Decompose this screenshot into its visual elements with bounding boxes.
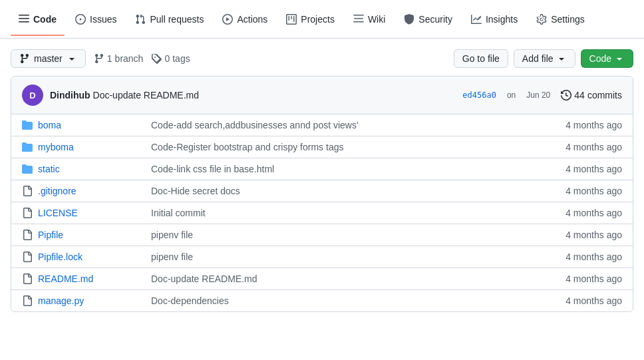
table-row: Pipfilepipenv file4 months ago (11, 224, 633, 246)
file-commit-message: pipenv file (143, 252, 560, 262)
add-file-chevron-icon (556, 53, 567, 64)
file-name[interactable]: Pipfile.lock (38, 252, 138, 262)
table-row: mybomaCode-Register bootstrap and crispy… (11, 136, 633, 158)
toolbar: master 1 branch 0 tags Go to file Add fi… (0, 39, 644, 76)
file-icon (22, 230, 33, 240)
tag-count: 0 (164, 53, 170, 64)
file-time: 4 months ago (565, 208, 622, 218)
add-file-button[interactable]: Add file (514, 49, 575, 68)
file-name[interactable]: Pipfile (38, 230, 138, 240)
file-commit-message: Doc-update README.md (143, 273, 560, 284)
repo-box: D Dindihub Doc-update README.md ed456a0 … (11, 76, 633, 312)
file-time: 4 months ago (565, 142, 622, 152)
avatar: D (22, 85, 43, 106)
file-time: 4 months ago (565, 252, 622, 262)
file-time: 4 months ago (565, 120, 622, 130)
nav-insights[interactable]: Insights (463, 9, 526, 30)
file-name[interactable]: static (38, 164, 138, 174)
branch-text: branch (115, 53, 144, 64)
branch-count-icon (94, 53, 104, 64)
commit-meta: ed456a0 on Jun 20 44 commits (462, 90, 622, 100)
file-time: 4 months ago (565, 295, 622, 306)
commit-username[interactable]: Dindihub (50, 90, 90, 100)
nav-projects-label: Projects (301, 14, 335, 25)
nav-code-label: Code (33, 14, 57, 25)
file-icon (22, 186, 33, 196)
file-time: 4 months ago (565, 273, 622, 284)
file-name[interactable]: README.md (38, 273, 138, 284)
go-to-file-button[interactable]: Go to file (454, 49, 508, 68)
nav-security-label: Security (418, 14, 452, 25)
history-icon (561, 90, 571, 100)
go-to-file-label: Go to file (462, 53, 500, 64)
nav-code[interactable]: Code (11, 9, 65, 30)
tag-count-link[interactable]: 0 tags (151, 53, 190, 64)
branch-selector[interactable]: master (11, 49, 86, 68)
branch-icon (19, 53, 30, 64)
nav-issues[interactable]: Issues (67, 9, 124, 30)
nav-wiki-label: Wiki (368, 14, 385, 25)
wiki-icon (353, 14, 364, 25)
branch-count-link[interactable]: 1 branch (94, 53, 144, 64)
insights-icon (471, 14, 482, 25)
commit-info: Dindihub Doc-update README.md (50, 90, 199, 100)
code-button-label: Code (589, 53, 611, 64)
file-icon (22, 273, 33, 284)
toolbar-actions: Go to file Add file Code (454, 49, 633, 68)
file-commit-message: Code-link css file in base.html (143, 164, 560, 174)
table-row: .gitignoreDoc-Hide secret docs4 months a… (11, 180, 633, 202)
commits-count-group: 44 commits (561, 90, 622, 100)
code-chevron-icon (614, 53, 625, 64)
branch-count: 1 (107, 53, 112, 64)
file-commit-message: Doc-Hide secret docs (143, 186, 560, 196)
nav-pullrequests[interactable]: Pull requests (127, 9, 212, 30)
folder-icon (22, 120, 33, 130)
file-icon (22, 208, 33, 218)
chevron-down-icon (67, 53, 77, 64)
projects-icon (286, 14, 297, 25)
commits-label[interactable]: commits (587, 90, 622, 100)
file-icon (22, 252, 33, 262)
file-commit-message: Initial commit (143, 208, 560, 218)
commit-sha[interactable]: ed456a0 (462, 90, 496, 100)
branch-label: master (34, 53, 63, 64)
nav-issues-label: Issues (90, 14, 116, 25)
file-commit-message: Doc-dependencies (143, 295, 560, 306)
file-name[interactable]: myboma (38, 142, 138, 152)
nav-insights-label: Insights (486, 14, 518, 25)
code-button[interactable]: Code (581, 49, 633, 68)
file-name[interactable]: boma (38, 120, 138, 130)
file-commit-message: Code-Register bootstrap and crispy forms… (143, 142, 560, 152)
file-commit-message: Code-add search,addbusinesses annd post … (143, 120, 560, 130)
file-time: 4 months ago (565, 186, 622, 196)
table-row: Pipfile.lockpipenv file4 months ago (11, 246, 633, 268)
file-name[interactable]: manage.py (38, 295, 138, 306)
table-row: staticCode-link css file in base.html4 m… (11, 158, 633, 180)
code-icon (19, 14, 29, 25)
nav-actions[interactable]: Actions (214, 9, 275, 30)
commit-date: Jun 20 (526, 90, 550, 100)
folder-icon (22, 164, 33, 174)
file-commit-message: pipenv file (143, 230, 560, 240)
pullrequest-icon (135, 14, 146, 25)
nav-actions-label: Actions (237, 14, 267, 25)
tag-icon (151, 53, 162, 64)
nav-projects[interactable]: Projects (278, 9, 343, 30)
nav-pr-label: Pull requests (150, 14, 204, 25)
commit-header: D Dindihub Doc-update README.md ed456a0 … (11, 77, 633, 114)
tag-text: tags (172, 53, 190, 64)
commits-count: 44 (574, 90, 585, 100)
issues-icon (75, 14, 86, 25)
file-name[interactable]: .gitignore (38, 186, 138, 196)
actions-icon (222, 14, 233, 25)
top-navigation: Code Issues Pull requests Actions Projec… (0, 0, 644, 39)
security-icon (404, 14, 414, 25)
file-list: bomaCode-add search,addbusinesses annd p… (11, 114, 633, 311)
nav-wiki[interactable]: Wiki (345, 9, 393, 30)
file-name[interactable]: LICENSE (38, 208, 138, 218)
table-row: README.mdDoc-update README.md4 months ag… (11, 268, 633, 290)
folder-icon (22, 142, 33, 152)
nav-settings[interactable]: Settings (528, 9, 593, 30)
file-time: 4 months ago (565, 164, 622, 174)
nav-security[interactable]: Security (396, 9, 460, 30)
